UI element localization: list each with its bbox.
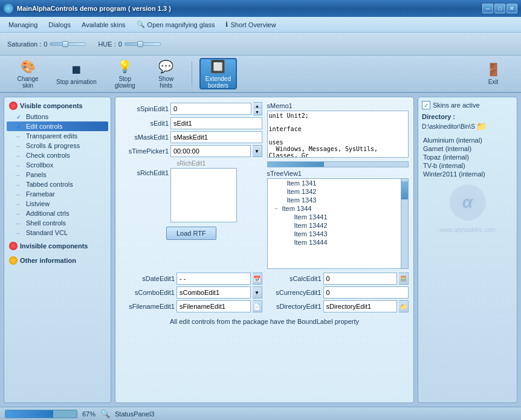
skins-active-checkbox[interactable]: ✓ (422, 101, 430, 109)
skin-tvb[interactable]: TV-b (internal) (422, 161, 513, 170)
visible-icon (9, 102, 18, 110)
smemo-input[interactable]: unit Unit2; interface uses Windows, Mess… (267, 111, 409, 158)
menu-short-overview[interactable]: ℹ Short Overview (221, 19, 280, 30)
saturation-value: 0 (44, 40, 47, 48)
sidebar-item-panels[interactable]: – Panels (7, 170, 108, 179)
timepicker-dropdown[interactable]: ▼ (253, 145, 262, 157)
smaskedit-input[interactable] (170, 131, 262, 143)
minimize-button[interactable]: ─ (482, 4, 493, 13)
saturation-slider[interactable] (50, 42, 86, 46)
tree-item-13444[interactable]: Item 13444 (268, 238, 401, 247)
sidebar-item-standard-vcl[interactable]: – Standard VCL (7, 228, 108, 237)
hue-value: 0 (118, 40, 122, 48)
sidebar-item-scrolls[interactable]: – Scrolls & progress (7, 141, 108, 150)
tree-item-1344[interactable]: – Item 1344 (268, 204, 401, 213)
skin-garnet[interactable]: Garnet (internal) (422, 144, 513, 153)
stop-glowing-button[interactable]: 💡 Stopglowing (107, 58, 143, 89)
tree-item-1343[interactable]: Item 1343 (268, 196, 401, 204)
change-skin-button[interactable]: 🎨 Changeskin (10, 58, 46, 89)
sidebar-item-scrollbox[interactable]: – Scrollbox (7, 160, 108, 170)
toolbar-separator (192, 62, 192, 86)
invisible-icon (9, 242, 18, 250)
dir-browse-icon[interactable]: 📁 (399, 300, 409, 312)
skin-topaz[interactable]: Topaz (internal) (422, 153, 513, 161)
spin-up-btn[interactable]: ▲ (253, 103, 262, 109)
sidebar-item-additional[interactable]: – Additional ctrls (7, 208, 108, 218)
load-rtf-button[interactable]: Load RTF (166, 227, 216, 240)
stop-animation-icon: ⏹ (70, 63, 82, 77)
sidebar-item-edit-controls[interactable]: ✓ Edit controls (7, 121, 108, 131)
sspin-input[interactable] (170, 103, 251, 115)
sdateedit-input[interactable] (176, 273, 251, 285)
sidebar-item-framebar[interactable]: – Framebar (7, 189, 108, 199)
calc-icon[interactable]: 🧮 (399, 273, 409, 285)
directory-folder-icon: 📁 (476, 121, 487, 131)
stimepicker-input[interactable] (170, 145, 251, 157)
saturation-thumb (62, 41, 68, 47)
date-picker-icon[interactable]: 📅 (253, 273, 262, 285)
skins-active-row: ✓ Skins are active (422, 101, 513, 109)
saturation-label: Saturation : (7, 40, 41, 48)
title-bar-left: MainAlphaControls demo program ( version… (4, 4, 171, 13)
sidebar-item-check-controls[interactable]: – Check controls (7, 150, 108, 160)
buttons-check-icon: ✓ (16, 114, 24, 120)
sidebar-item-listview[interactable]: – Listview (7, 199, 108, 208)
sdateedit-row: sDateEdit1 📅 (120, 273, 262, 285)
tree-item-13441[interactable]: Item 13441 (268, 213, 401, 221)
sidebar-item-shell[interactable]: – Shell controls (7, 218, 108, 228)
tree-item-1341[interactable]: Item 1341 (268, 179, 401, 187)
directory-value: D:\askineditor\Bin\S (422, 123, 475, 130)
invisible-components-header[interactable]: Invisible components (7, 240, 108, 252)
scurrencyedit-input[interactable] (323, 286, 409, 299)
toolbar: 🎨 Changeskin ⏹ Stop animation 💡 Stopglow… (0, 56, 521, 93)
scalcedit-input[interactable] (323, 273, 398, 285)
menu-dialogs[interactable]: Dialogs (44, 19, 76, 30)
spin-down-btn[interactable]: ▼ (253, 109, 262, 115)
sidebar-item-buttons[interactable]: ✓ Buttons (7, 112, 108, 121)
skin-aluminium[interactable]: Aluminium (internal) (422, 136, 513, 144)
combo-dropdown-btn[interactable]: ▼ (253, 286, 262, 299)
srichedit-input[interactable] (170, 168, 237, 222)
additional-dash-icon: – (16, 210, 24, 217)
exit-button[interactable]: 🚪 Exit (475, 58, 511, 89)
tree-item-1342[interactable]: Item 1342 (268, 187, 401, 196)
scrollbox-dash-icon: – (16, 162, 24, 169)
menu-magnifying-glass[interactable]: 🔍 Open magnifying glass (132, 19, 220, 30)
show-hints-button[interactable]: 💬 Showhints (148, 58, 184, 89)
title-bar: MainAlphaControls demo program ( version… (0, 0, 521, 17)
sspin-edit-row: sSpinEdit1 ▲ ▼ (120, 102, 262, 115)
bottom-fields: sDateEdit1 📅 sComboEdit1 ▼ sFilenameEdit… (120, 273, 409, 325)
extended-borders-label: Extendedborders (205, 76, 231, 89)
skin-winter2011[interactable]: Winter2011 (internal) (422, 170, 513, 178)
sfilenameedit-input[interactable] (176, 300, 251, 312)
bottom-left: sDateEdit1 📅 sComboEdit1 ▼ sFilenameEdit… (120, 273, 262, 314)
sedit1-input[interactable] (170, 117, 262, 129)
hmemo-scrollbar[interactable] (267, 161, 409, 167)
framebar-dash-icon: – (16, 191, 24, 198)
edit-controls-check-icon: ✓ (16, 123, 24, 130)
tree-item-13443[interactable]: Item 13443 (268, 230, 401, 238)
tree-item-13442[interactable]: Item 13442 (268, 221, 401, 230)
sdirectoryedit-input[interactable] (323, 300, 398, 312)
treeview-scrollbar[interactable] (401, 178, 409, 269)
filename-browse-icon[interactable]: 📄 (253, 300, 262, 312)
stop-animation-button[interactable]: ⏹ Stop animation (51, 58, 102, 89)
stop-glowing-label: Stopglowing (115, 76, 135, 89)
close-button[interactable]: ✕ (506, 4, 517, 13)
check-controls-dash-icon: – (16, 152, 24, 159)
alphaskins-logo: α www.alphaskins.com (422, 184, 513, 233)
other-info-header[interactable]: Other information (7, 254, 108, 267)
streeview[interactable]: Item 1341 Item 1342 Item 1343 – Item (267, 178, 402, 269)
hue-label: HUE : (98, 40, 115, 48)
scomboedit-input[interactable] (176, 286, 251, 299)
menu-available-skins[interactable]: Available skins (77, 19, 131, 30)
hue-slider[interactable] (125, 42, 161, 46)
sidebar-item-tabbed-controls[interactable]: – Tabbed controls (7, 179, 108, 189)
extended-borders-button[interactable]: 🔲 Extendedborders (199, 58, 237, 89)
menu-managing[interactable]: Managing (4, 19, 42, 30)
maximize-button[interactable]: □ (494, 4, 505, 13)
sidebar-item-transparent-edits[interactable]: – Transparent edits (7, 131, 108, 141)
invisible-components-label: Invisible components (20, 242, 88, 250)
visible-components-header[interactable]: Visible components (7, 100, 108, 112)
visible-components-label: Visible components (20, 102, 83, 109)
